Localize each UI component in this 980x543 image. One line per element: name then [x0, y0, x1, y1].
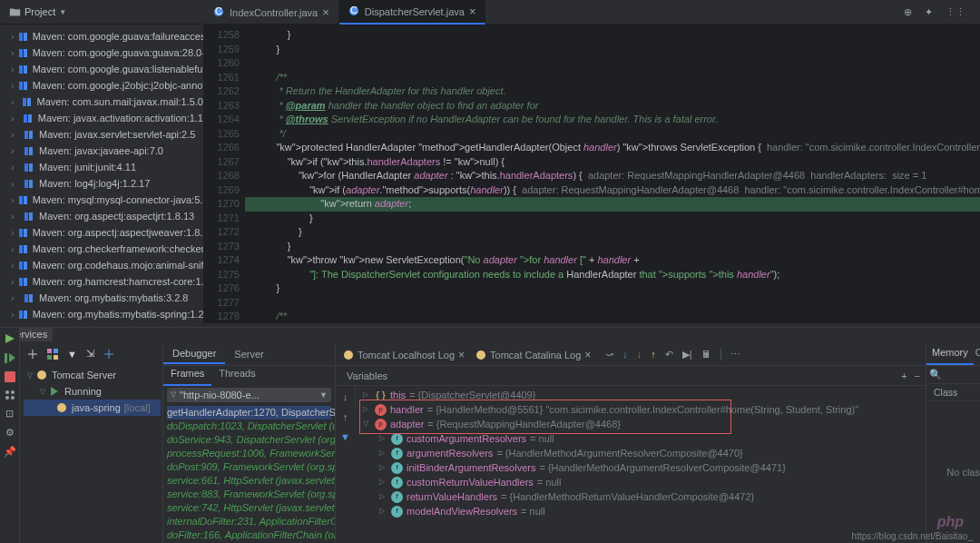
force-step-icon[interactable]: ↓ [637, 349, 642, 360]
tree-item[interactable]: ›Maven: org.checkerframework:checker-qua… [11, 241, 203, 257]
filter-icon[interactable]: ▼ [340, 431, 350, 442]
stack-frame[interactable]: doFilter:166, ApplicationFilterChain (or… [167, 528, 331, 542]
pause-icon[interactable] [5, 390, 15, 400]
stack-frame[interactable]: doPost:909, FrameworkServlet (org.spr [167, 460, 331, 474]
close-icon[interactable]: × [322, 5, 329, 19]
code-line[interactable]: * @throws ServletException if no Handler… [254, 113, 980, 127]
tree-item[interactable]: ›Maven: javax.activation:activation:1.1 [11, 110, 203, 126]
plus-icon[interactable]: + [901, 370, 906, 381]
stack-frame[interactable]: service:742, HttpServlet (javax.servlet.… [167, 501, 331, 515]
variable-row[interactable]: ▷fmodelAndViewResolvers = null [363, 504, 918, 518]
step-over-icon[interactable]: ⤻ [605, 349, 613, 360]
code-line[interactable]: "]: The DispatcherServlet configuration … [254, 268, 980, 282]
code-line[interactable]: "kw">return adapter; [254, 197, 980, 212]
tab-overhead[interactable]: Ove [974, 344, 980, 365]
resume-icon[interactable] [4, 352, 15, 364]
code-line[interactable]: "kw">if (adapter."method">supports(handl… [254, 183, 980, 198]
stack-frame[interactable]: getHandlerAdapter:1270, DispatcherSer [167, 406, 331, 420]
code-line[interactable]: "kw">protected HandlerAdapter "method">g… [254, 141, 980, 155]
tomcat-server-node[interactable]: ▽ Tomcat Server [24, 367, 161, 383]
tree-item[interactable]: ›Maven: org.mybatis:mybatis-spring:1.2.2 [11, 306, 203, 322]
code-line[interactable]: /** [254, 71, 980, 85]
tree-item[interactable]: ›Maven: org.mybatis:mybatis:3.2.8 [11, 290, 203, 306]
code-line[interactable]: "kw">for (HandlerAdapter adapter : "kw">… [254, 169, 980, 183]
code-line[interactable]: */ [254, 127, 980, 142]
stop-icon[interactable] [5, 371, 15, 382]
tree-item[interactable]: ›Maven: mysql:mysql-connector-java:5.1.4… [11, 192, 203, 208]
close-icon[interactable]: × [458, 349, 465, 361]
stack-frame[interactable]: service:883, FrameworkServlet (org.spri [167, 488, 331, 501]
variable-row[interactable]: ▷freturnValueHandlers = {HandlerMethodRe… [363, 489, 918, 504]
code-line[interactable]: } [254, 225, 980, 240]
pin-icon[interactable]: 📌 [4, 446, 16, 458]
project-tool-button[interactable]: Project ▼ [0, 6, 75, 18]
settings-icon[interactable]: ⚙ [5, 427, 15, 439]
editor-tab[interactable]: CDispatcherServlet.java× [339, 0, 486, 25]
tab-debugger[interactable]: Debugger [163, 344, 225, 364]
tab-frames[interactable]: Frames [163, 366, 211, 386]
code-line[interactable]: "kw">if ("kw">this.handlerAdapters != "k… [254, 155, 980, 170]
step-out-icon[interactable]: ↑ [651, 349, 656, 360]
editor-tab[interactable]: CIndexController.java× [204, 0, 339, 25]
grid-icon[interactable] [47, 349, 58, 360]
more-icon[interactable]: ⋮⋮ [946, 6, 965, 18]
rerun-icon[interactable] [4, 333, 15, 345]
tree-item[interactable]: ›Maven: org.aspectj:aspectjrt:1.8.13 [11, 208, 203, 224]
tree-item[interactable]: ›Maven: org.hamcrest:hamcrest-core:1.3 [11, 273, 203, 290]
add-icon[interactable] [27, 349, 38, 360]
stack-frame[interactable]: doService:943, DispatcherServlet (org.s [167, 433, 331, 447]
stack-frame[interactable]: doDispatch:1023, DispatcherServlet (org [167, 420, 331, 433]
minus-icon[interactable]: − [915, 370, 920, 381]
tree-item[interactable]: ›Maven: org.aspectj:aspectjweaver:1.8.13 [11, 224, 203, 241]
step-into-icon[interactable]: ↓ [622, 349, 628, 360]
app-node[interactable]: java-spring [local] [24, 400, 161, 416]
filter-icon[interactable]: ▼ [67, 349, 77, 360]
eval-icon[interactable]: 🖩 [701, 349, 711, 360]
tree-item[interactable]: ›Maven: javax:javaee-api:7.0 [11, 143, 203, 159]
code-line[interactable]: } [254, 43, 980, 57]
code-line[interactable]: * @param handler the handler object to f… [254, 99, 980, 114]
tree-item[interactable]: ›Maven: org.codehaus.mojo:animal-sniffer… [11, 257, 203, 273]
code-line[interactable] [254, 296, 980, 311]
tree-item[interactable]: ›Maven: com.sun.mail:javax.mail:1.5.0 [11, 94, 203, 110]
drop-frame-icon[interactable]: ↶ [665, 349, 673, 360]
close-icon[interactable]: × [469, 5, 476, 18]
log-tab[interactable]: Tomcat Localhost Log× [343, 349, 465, 361]
arrow-down-icon[interactable]: ↓ [343, 391, 348, 402]
arrow-up-icon[interactable]: ↑ [343, 411, 348, 422]
lamp-icon[interactable]: ✦ [925, 6, 933, 18]
tree-item[interactable]: ›Maven: com.google.guava:failureaccess:1… [11, 28, 203, 44]
target-icon[interactable]: ⊕ [904, 6, 912, 18]
stack-frame[interactable]: internalDoFilter:231, ApplicationFilterC… [167, 515, 331, 528]
code-line[interactable]: * Return the HandlerAdapter for this han… [254, 84, 980, 99]
variable-row[interactable]: ▷fcustomReturnValueHandlers = null [363, 475, 918, 489]
tab-threads[interactable]: Threads [211, 366, 262, 386]
camera-icon[interactable]: ⊡ [5, 408, 14, 420]
tree-item[interactable]: ›Maven: javax.servlet:servlet-api:2.5 [11, 126, 203, 143]
tab-memory[interactable]: Memory [926, 344, 974, 365]
add2-icon[interactable] [103, 349, 114, 360]
code-line[interactable] [254, 56, 980, 71]
tree-item[interactable]: ›Maven: com.google.guava:listenablefutur… [11, 61, 203, 77]
code-line[interactable]: } [254, 28, 980, 43]
variable-row[interactable]: ▷fargumentResolvers = {HandlerMethodArgu… [363, 446, 918, 460]
tree-item[interactable]: ›Maven: junit:junit:4.11 [11, 159, 203, 175]
more-icon[interactable]: ⋯ [730, 349, 740, 360]
gutter[interactable]: 1258125912601261126212631264126512661267… [204, 25, 245, 342]
collapse-icon[interactable]: ⇲ [86, 348, 94, 360]
thread-dropdown[interactable]: ▽ "http-nio-8080-e... ▼ [167, 388, 331, 402]
close-icon[interactable]: × [584, 349, 591, 361]
stack-frame[interactable]: service:661, HttpServlet (javax.servlet.… [167, 474, 331, 488]
search-icon[interactable]: 🔍 [929, 369, 942, 380]
tab-server[interactable]: Server [225, 345, 272, 363]
code-line[interactable]: } [254, 240, 980, 254]
code-editor[interactable]: 1258125912601261126212631264126512661267… [204, 25, 980, 342]
tree-item[interactable]: ›Maven: com.google.j2objc:j2objc-annotat… [11, 77, 203, 94]
variable-row[interactable]: ▷finitBinderArgumentResolvers = {Handler… [363, 460, 918, 475]
code-line[interactable]: "kw">throw "kw">new ServletException("No… [254, 253, 980, 268]
stack-frame[interactable]: processRequest:1006, FrameworkServl [167, 447, 331, 460]
code-line[interactable]: } [254, 281, 980, 296]
code-line[interactable]: } [254, 212, 980, 226]
log-tab[interactable]: Tomcat Catalina Log× [475, 349, 591, 361]
running-node[interactable]: ▽ Running [24, 383, 161, 400]
